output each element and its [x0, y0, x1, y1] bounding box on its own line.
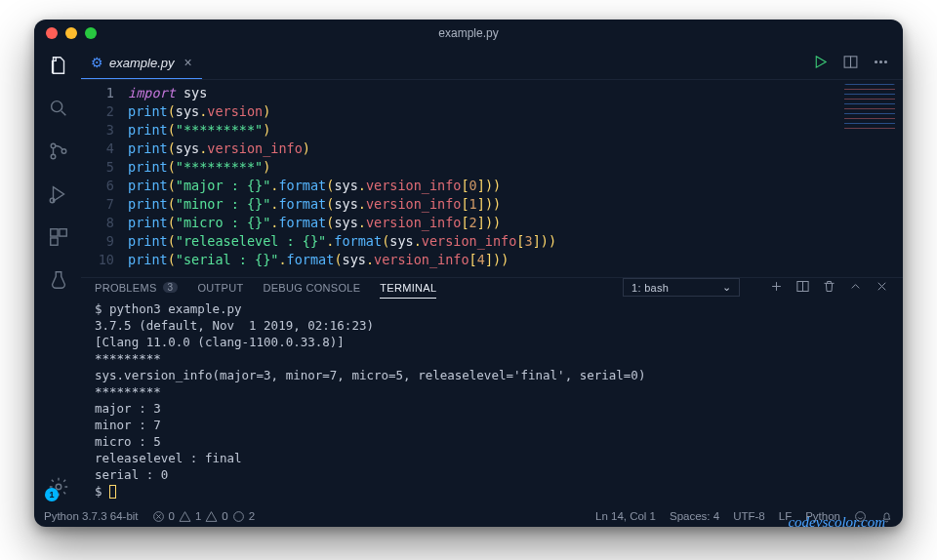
- svg-point-3: [61, 149, 66, 154]
- panel-tab-label: PROBLEMS: [95, 282, 157, 294]
- terminal-picker-label: 1: bash: [631, 282, 669, 294]
- svg-point-0: [52, 101, 62, 112]
- extensions-icon[interactable]: [45, 224, 70, 250]
- tabs-row: ⚙ example.py ×: [81, 47, 903, 80]
- svg-rect-7: [51, 238, 58, 245]
- code-editor[interactable]: 12345678910 import sysprint(sys.version)…: [81, 80, 903, 277]
- svg-point-12: [884, 60, 886, 62]
- panel-tab-problems[interactable]: PROBLEMS 3: [95, 282, 178, 294]
- minimap[interactable]: [844, 84, 895, 133]
- svg-point-10: [875, 60, 876, 62]
- maximize-panel-icon[interactable]: [848, 279, 863, 296]
- svg-point-8: [56, 484, 61, 490]
- panel-tab-output[interactable]: OUTPUT: [197, 282, 243, 294]
- panel-tab-debug[interactable]: DEBUG CONSOLE: [263, 282, 360, 294]
- problems-count-badge: 3: [163, 282, 179, 293]
- window-maximize-button[interactable]: [85, 27, 97, 39]
- activity-bar: 1: [34, 47, 81, 505]
- editor-window: example.py: [34, 20, 903, 527]
- svg-point-4: [50, 198, 55, 203]
- svg-rect-6: [60, 229, 66, 236]
- svg-point-1: [51, 143, 56, 148]
- search-icon[interactable]: [45, 96, 70, 121]
- terminal-output[interactable]: $ python3 example.py 3.7.5 (default, Nov…: [81, 297, 903, 527]
- line-gutter: 12345678910: [81, 84, 128, 269]
- more-actions-icon[interactable]: [873, 54, 889, 73]
- traffic-lights: [46, 27, 97, 39]
- bottom-panel: PROBLEMS 3 OUTPUT DEBUG CONSOLE TERMINAL: [81, 277, 903, 505]
- window-title: example.py: [97, 26, 840, 40]
- svg-rect-5: [51, 229, 58, 236]
- new-terminal-icon[interactable]: [769, 279, 784, 296]
- kill-terminal-icon[interactable]: [822, 279, 836, 296]
- titlebar: example.py: [34, 20, 903, 47]
- testing-icon[interactable]: [45, 267, 70, 293]
- panel-tabs: PROBLEMS 3 OUTPUT DEBUG CONSOLE TERMINAL: [81, 278, 903, 297]
- split-terminal-icon[interactable]: [795, 279, 810, 296]
- window-minimize-button[interactable]: [65, 27, 77, 39]
- chevron-down-icon: ⌄: [722, 281, 731, 294]
- svg-point-2: [51, 154, 56, 159]
- watermark-text: codevscolor.com: [788, 514, 885, 527]
- terminal-picker-dropdown[interactable]: 1: bash ⌄: [623, 278, 740, 297]
- settings-badge: 1: [45, 488, 59, 501]
- panel-tab-label: TERMINAL: [380, 282, 436, 294]
- window-close-button[interactable]: [46, 27, 58, 39]
- split-editor-icon[interactable]: [842, 54, 859, 73]
- run-file-icon[interactable]: [812, 54, 829, 73]
- explorer-icon[interactable]: [45, 53, 70, 78]
- panel-tab-label: DEBUG CONSOLE: [263, 282, 360, 294]
- svg-point-11: [879, 60, 881, 62]
- panel-tab-terminal[interactable]: TERMINAL: [380, 282, 436, 299]
- panel-tab-label: OUTPUT: [197, 282, 243, 294]
- source-control-icon[interactable]: [45, 139, 70, 164]
- python-file-icon: ⚙: [91, 55, 103, 70]
- tab-label: example.py: [109, 56, 174, 70]
- settings-gear-icon[interactable]: 1: [45, 474, 70, 500]
- tab-close-icon[interactable]: ×: [183, 55, 191, 70]
- run-debug-icon[interactable]: [45, 181, 70, 207]
- close-panel-icon[interactable]: [875, 279, 889, 296]
- terminal-cursor: [109, 485, 116, 499]
- code-content[interactable]: import sysprint(sys.version)print("*****…: [128, 84, 903, 269]
- tab-example-py[interactable]: ⚙ example.py ×: [81, 47, 202, 79]
